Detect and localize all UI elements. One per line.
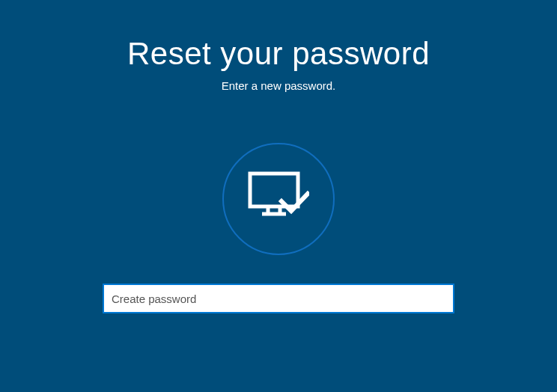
page-subtitle: Enter a new password. — [222, 79, 336, 92]
password-input[interactable] — [103, 284, 454, 313]
svg-rect-0 — [250, 174, 298, 206]
reset-password-screen: Reset your password Enter a new password… — [0, 0, 557, 392]
monitor-check-icon — [248, 171, 309, 227]
page-title: Reset your password — [127, 36, 430, 72]
monitor-check-icon-circle — [222, 143, 335, 255]
